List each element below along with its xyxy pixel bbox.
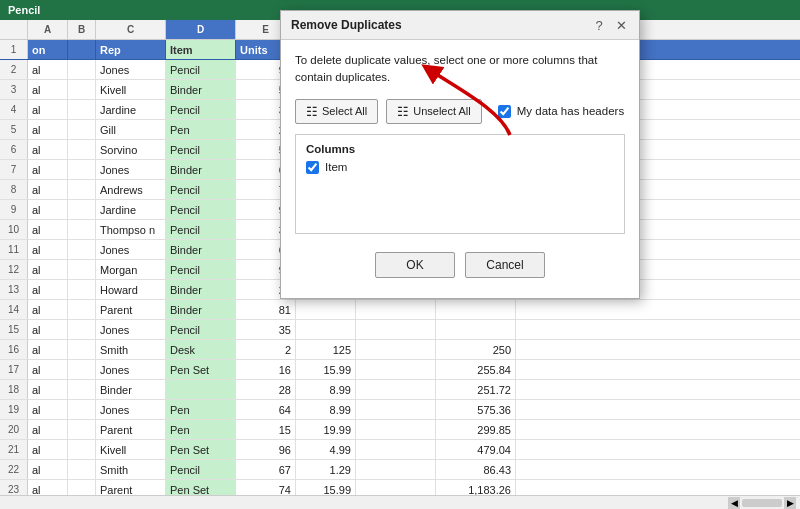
dialog-description: To delete duplicate values, select one o… [295,52,625,87]
select-all-icon: ☷ [306,104,318,119]
col-header-c: C [96,20,166,39]
title-text: Pencil [8,4,40,16]
scroll-left-btn[interactable]: ◀ [728,497,740,509]
column-item-item: Item [306,161,614,174]
header-item: Item [166,40,236,59]
header-rep: Rep [96,40,166,59]
ok-button[interactable]: OK [375,252,455,278]
table-row: 20 al Parent Pen 15 19.99 299.85 [0,420,800,440]
table-row: 22 al Smith Pencil 67 1.29 86.43 [0,460,800,480]
table-row: 19 al Jones Pen 64 8.99 575.36 [0,400,800,420]
dialog-footer: OK Cancel [295,246,625,290]
scroll-thumb [742,499,782,507]
scroll-right-btn[interactable]: ▶ [784,497,796,509]
data-header-rownum: 1 [0,40,28,59]
sheet-scrollbar[interactable]: ◀ ▶ [0,495,800,509]
my-data-headers-row: My data has headers [498,105,624,118]
dialog-close-button[interactable]: ✕ [613,17,629,33]
unselect-all-icon: ☷ [397,104,409,119]
remove-duplicates-dialog: Remove Duplicates ? ✕ To delete duplicat… [280,10,640,299]
dialog-titlebar: Remove Duplicates ? ✕ [281,11,639,40]
table-row: 21 al Kivell Pen Set 96 4.99 479.04 [0,440,800,460]
col-header-rownum [0,20,28,39]
unselect-all-button[interactable]: ☷ Unselect All [386,99,481,124]
dialog-help-button[interactable]: ? [591,17,607,33]
my-data-headers-checkbox[interactable] [498,105,511,118]
header-region: on [28,40,68,59]
cancel-button[interactable]: Cancel [465,252,545,278]
columns-label: Columns [306,143,614,155]
table-row: 17 al Jones Pen Set 16 15.99 255.84 [0,360,800,380]
dialog-buttons-row: ☷ Select All ☷ Unselect All My data has … [295,99,625,124]
columns-section: Columns Item [295,134,625,234]
select-all-label: Select All [322,105,367,117]
header-b [68,40,96,59]
col-header-b: B [68,20,96,39]
my-data-headers-label[interactable]: My data has headers [517,105,624,117]
table-row: 18 al Binder 28 8.99 251.72 [0,380,800,400]
table-row: 16 al Smith Desk 2 125 250 [0,340,800,360]
column-item-checkbox[interactable] [306,161,319,174]
select-all-button[interactable]: ☷ Select All [295,99,378,124]
table-row: 14 al Parent Binder 81 [0,300,800,320]
col-header-d: D [166,20,236,39]
dialog-controls: ? ✕ [591,17,629,33]
table-row: 15 al Jones Pencil 35 [0,320,800,340]
dialog-title: Remove Duplicates [291,18,402,32]
column-item-label[interactable]: Item [325,161,347,173]
dialog-body: To delete duplicate values, select one o… [281,40,639,298]
col-header-a: A [28,20,68,39]
unselect-all-label: Unselect All [413,105,470,117]
